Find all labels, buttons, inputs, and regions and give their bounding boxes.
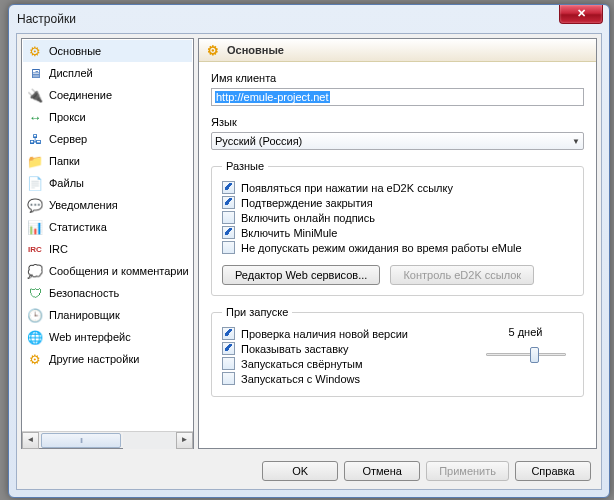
- titlebar[interactable]: Настройки ✕: [9, 5, 609, 33]
- misc-row-2: Включить онлайн подпись: [222, 210, 573, 225]
- sidebar-item-1[interactable]: 🖥Дисплей: [23, 62, 192, 84]
- misc-group: Разные Появляться при нажатии на eD2K сс…: [211, 160, 584, 296]
- settings-window: Настройки ✕ ⚙Основные🖥Дисплей🔌Соединение…: [8, 4, 610, 498]
- misc-label-0: Появляться при нажатии на eD2K ссылку: [241, 182, 453, 194]
- sidebar-item-6[interactable]: 📄Файлы: [23, 172, 192, 194]
- sidebar-icon: ↔: [27, 109, 43, 125]
- gear-icon: ⚙: [205, 42, 221, 58]
- scroll-thumb[interactable]: [41, 433, 121, 448]
- content-panel: ⚙ Основные Имя клиента http://emule-proj…: [198, 38, 597, 449]
- sidebar-item-4[interactable]: 🖧Сервер: [23, 128, 192, 150]
- content-body: Имя клиента http://emule-project.net Язы…: [199, 62, 596, 448]
- sidebar-icon: 📁: [27, 153, 43, 169]
- misc-legend: Разные: [222, 160, 268, 172]
- startup-label-3: Запускаться с Windows: [241, 373, 360, 385]
- sidebar-icon: 🛡: [27, 285, 43, 301]
- misc-button-row: Редактор Web сервисов... Контроль eD2K с…: [222, 265, 573, 285]
- misc-label-4: Не допускать режим ожидания во время раб…: [241, 242, 522, 254]
- sidebar-item-label: Основные: [49, 45, 101, 57]
- misc-label-3: Включить MiniMule: [241, 227, 337, 239]
- sidebar-item-10[interactable]: 💭Сообщения и комментарии: [23, 260, 192, 282]
- sidebar-item-9[interactable]: IRCIRC: [23, 238, 192, 260]
- client-name-input[interactable]: http://emule-project.net: [211, 88, 584, 106]
- sidebar-item-label: Папки: [49, 155, 80, 167]
- days-column: 5 дней: [478, 326, 573, 386]
- sidebar: ⚙Основные🖥Дисплей🔌Соединение↔Прокси🖧Серв…: [21, 38, 194, 449]
- sidebar-item-label: Дисплей: [49, 67, 93, 79]
- sidebar-item-13[interactable]: 🌐Web интерфейс: [23, 326, 192, 348]
- misc-row-0: Появляться при нажатии на eD2K ссылку: [222, 180, 573, 195]
- sidebar-item-0[interactable]: ⚙Основные: [23, 40, 192, 62]
- misc-row-4: Не допускать режим ожидания во время раб…: [222, 240, 573, 255]
- startup-checkbox-2[interactable]: [222, 357, 235, 370]
- sidebar-icon: 📊: [27, 219, 43, 235]
- sidebar-item-label: Планировщик: [49, 309, 120, 321]
- sidebar-item-5[interactable]: 📁Папки: [23, 150, 192, 172]
- client-name-value: http://emule-project.net: [215, 91, 330, 103]
- sidebar-item-label: Уведомления: [49, 199, 118, 211]
- days-label: 5 дней: [478, 326, 573, 338]
- sidebar-item-label: Статистика: [49, 221, 107, 233]
- close-button[interactable]: ✕: [559, 5, 603, 24]
- startup-label-1: Показывать заставку: [241, 343, 348, 355]
- sidebar-item-3[interactable]: ↔Прокси: [23, 106, 192, 128]
- misc-checkbox-0[interactable]: [222, 181, 235, 194]
- startup-checkbox-0[interactable]: [222, 327, 235, 340]
- sidebar-icon: ⚙: [27, 351, 43, 367]
- sidebar-item-label: Файлы: [49, 177, 84, 189]
- apply-button[interactable]: Применить: [426, 461, 509, 481]
- sidebar-item-8[interactable]: 📊Статистика: [23, 216, 192, 238]
- sidebar-item-7[interactable]: 💬Уведомления: [23, 194, 192, 216]
- startup-row-0: Проверка наличия новой версии: [222, 326, 478, 341]
- content-header: ⚙ Основные: [199, 39, 596, 62]
- startup-group: При запуске Проверка наличия новой верси…: [211, 306, 584, 397]
- help-button[interactable]: Справка: [515, 461, 591, 481]
- startup-label-0: Проверка наличия новой версии: [241, 328, 408, 340]
- startup-row-1: Показывать заставку: [222, 341, 478, 356]
- scroll-left-arrow[interactable]: ◄: [22, 432, 39, 449]
- client-area: ⚙Основные🖥Дисплей🔌Соединение↔Прокси🖧Серв…: [16, 33, 602, 490]
- chevron-down-icon: ▼: [572, 137, 580, 146]
- sidebar-item-14[interactable]: ⚙Другие настройки: [23, 348, 192, 370]
- misc-checkbox-2[interactable]: [222, 211, 235, 224]
- ed2k-link-check-button[interactable]: Контроль eD2K ссылок: [390, 265, 534, 285]
- scroll-track[interactable]: [123, 432, 176, 449]
- startup-row-3: Запускаться с Windows: [222, 371, 478, 386]
- slider-thumb[interactable]: [530, 347, 539, 363]
- misc-row-3: Включить MiniMule: [222, 225, 573, 240]
- sidebar-icon: IRC: [27, 241, 43, 257]
- sidebar-item-label: Сервер: [49, 133, 87, 145]
- misc-checkbox-4[interactable]: [222, 241, 235, 254]
- startup-row-2: Запускаться свёрнутым: [222, 356, 478, 371]
- cancel-button[interactable]: Отмена: [344, 461, 420, 481]
- sidebar-icon: 💬: [27, 197, 43, 213]
- sidebar-item-2[interactable]: 🔌Соединение: [23, 84, 192, 106]
- sidebar-item-12[interactable]: 🕒Планировщик: [23, 304, 192, 326]
- sidebar-icon: ⚙: [27, 43, 43, 59]
- ok-button[interactable]: OK: [262, 461, 338, 481]
- dialog-buttons: OK Отмена Применить Справка: [17, 453, 601, 489]
- sidebar-icon: 📄: [27, 175, 43, 191]
- sidebar-item-label: Сообщения и комментарии: [49, 265, 189, 277]
- startup-checkbox-3[interactable]: [222, 372, 235, 385]
- startup-checkbox-1[interactable]: [222, 342, 235, 355]
- sidebar-hscroll[interactable]: ◄ ►: [22, 431, 193, 448]
- days-slider[interactable]: [486, 344, 566, 364]
- sidebar-item-label: IRC: [49, 243, 68, 255]
- sidebar-icon: 🖧: [27, 131, 43, 147]
- sidebar-icon: 🕒: [27, 307, 43, 323]
- scroll-right-arrow[interactable]: ►: [176, 432, 193, 449]
- sidebar-item-11[interactable]: 🛡Безопасность: [23, 282, 192, 304]
- sidebar-list[interactable]: ⚙Основные🖥Дисплей🔌Соединение↔Прокси🖧Серв…: [22, 39, 193, 431]
- startup-legend: При запуске: [222, 306, 292, 318]
- misc-checkbox-3[interactable]: [222, 226, 235, 239]
- language-select[interactable]: Русский (Россия) ▼: [211, 132, 584, 150]
- language-label: Язык: [211, 116, 584, 128]
- sidebar-icon: 🔌: [27, 87, 43, 103]
- sidebar-item-label: Соединение: [49, 89, 112, 101]
- misc-checkbox-1[interactable]: [222, 196, 235, 209]
- web-services-editor-button[interactable]: Редактор Web сервисов...: [222, 265, 380, 285]
- misc-label-2: Включить онлайн подпись: [241, 212, 375, 224]
- sidebar-icon: 💭: [27, 263, 43, 279]
- startup-label-2: Запускаться свёрнутым: [241, 358, 362, 370]
